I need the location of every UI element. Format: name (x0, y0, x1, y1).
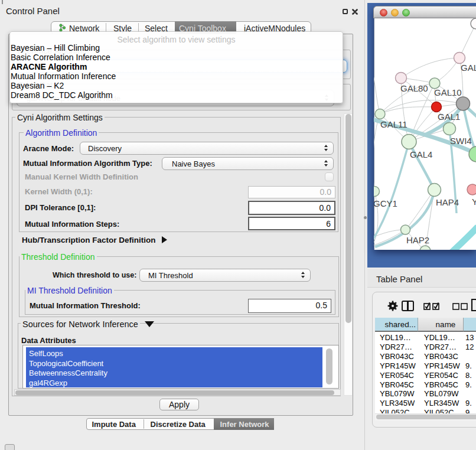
svg-text:GAL10: GAL10 (434, 87, 462, 97)
svg-text:GCY1: GCY1 (374, 198, 397, 208)
svg-text:GAL1: GAL1 (438, 112, 460, 122)
svg-text:GAL4: GAL4 (410, 149, 432, 159)
svg-text:GAL7: GAL7 (461, 63, 476, 73)
svg-text:HAP2: HAP2 (406, 235, 429, 245)
svg-text:GAL11: GAL11 (380, 119, 407, 129)
svg-text:YD: YD (472, 197, 476, 207)
svg-text:HAP4: HAP4 (436, 197, 459, 207)
svg-text:SWI4: SWI4 (450, 136, 472, 146)
svg-text:GAL80: GAL80 (400, 83, 428, 93)
